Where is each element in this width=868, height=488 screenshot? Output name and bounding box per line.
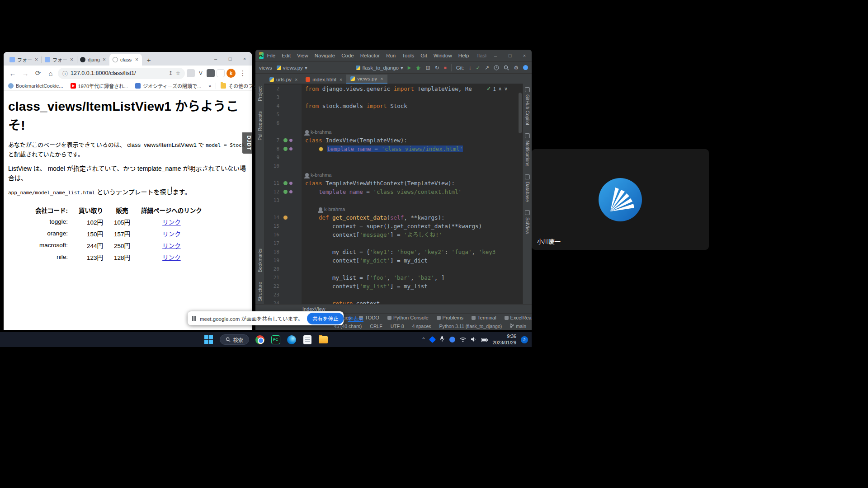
speaker-icon[interactable] — [471, 336, 476, 344]
close-icon[interactable]: × — [237, 52, 252, 66]
extension-icon-2[interactable] — [207, 69, 215, 77]
status-main[interactable]: main — [510, 324, 526, 329]
microphone-icon[interactable] — [439, 336, 445, 344]
participant-tile[interactable]: 小川慶一 — [532, 149, 709, 250]
class-marker-icon[interactable] — [283, 190, 288, 194]
status-4-spaces[interactable]: 4 spaces — [412, 324, 431, 329]
maximize-icon[interactable]: □ — [503, 50, 517, 61]
reload-icon[interactable]: ⟳ — [33, 68, 43, 79]
editor-tab-views-py[interactable]: views.py× — [346, 75, 387, 84]
close-icon[interactable]: × — [517, 50, 532, 61]
taskbar-notepad-icon[interactable] — [302, 335, 312, 345]
tab-close-icon[interactable]: × — [102, 57, 106, 62]
taskbar-explorer-icon[interactable] — [318, 335, 328, 345]
minimize-icon[interactable]: – — [208, 52, 223, 66]
menu-help[interactable]: Help — [458, 53, 469, 58]
status-crlf[interactable]: CRLF — [370, 324, 382, 329]
stock-detail-link[interactable]: リンク — [162, 254, 181, 261]
tool-button-bookmarks[interactable]: Bookmarks — [257, 249, 263, 272]
dropbox-icon[interactable] — [429, 336, 436, 343]
tool-button-sciview[interactable]: SciView — [525, 210, 530, 234]
status-python-3-11-flask-to-django[interactable]: Python 3.11 (flask_to_django) — [439, 324, 502, 329]
tab-close-icon[interactable]: × — [34, 57, 38, 62]
tool-button-github-copilot[interactable]: GitHub Copilot — [525, 87, 530, 125]
dock-item-terminal[interactable]: Terminal — [472, 315, 496, 320]
editor-tab-index-html[interactable]: index.html× — [302, 75, 346, 84]
dock-item-excelreader[interactable]: ExcelReader — [505, 315, 532, 320]
bookmarks-overflow-icon[interactable]: » — [208, 83, 211, 89]
nav-crumb[interactable]: views — [259, 65, 272, 70]
menu-refactor[interactable]: Refactor — [360, 53, 380, 58]
stock-detail-link[interactable]: リンク — [162, 243, 181, 249]
stock-detail-link[interactable]: リンク — [162, 231, 181, 238]
class-marker-icon[interactable] — [283, 138, 288, 142]
run-configuration[interactable]: flask_to_django▾ — [356, 65, 403, 71]
taskbar-edge-icon[interactable] — [287, 335, 297, 345]
menu-file[interactable]: File — [267, 53, 276, 58]
hide-banner-link[interactable]: 非表示 — [348, 315, 363, 322]
git-update-button[interactable]: ↓ — [469, 65, 472, 71]
url-text[interactable]: 127.0.0.1:8000/class/list1/ — [71, 70, 165, 76]
menu-view[interactable]: View — [297, 53, 308, 58]
start-button[interactable] — [204, 335, 214, 345]
menu-tools[interactable]: Tools — [402, 53, 414, 58]
inspection-widget[interactable]: ✓1 ∧ ∨ — [485, 85, 510, 92]
tab-close-icon[interactable]: × — [295, 77, 297, 82]
history-icon[interactable] — [494, 65, 499, 70]
tab-close-icon[interactable]: × — [70, 57, 74, 62]
tray-overflow-icon[interactable]: ⌃ — [421, 337, 425, 343]
bookmark-1970[interactable]: 1970年代に録音され... — [71, 82, 128, 89]
browser-tab-3[interactable]: djang× — [77, 54, 109, 66]
stop-button[interactable]: ■ — [444, 65, 447, 70]
tab-close-icon[interactable]: × — [340, 77, 342, 82]
class-marker-icon[interactable] — [283, 147, 288, 151]
file-breadcrumb[interactable]: views.py▾ — [277, 65, 307, 71]
maximize-icon[interactable]: □ — [223, 52, 237, 66]
rerun-icon[interactable]: ↻ — [435, 65, 439, 71]
search-everywhere-icon[interactable] — [504, 65, 509, 70]
taskbar-pycharm-icon[interactable]: PC — [271, 335, 281, 345]
tab-close-icon[interactable]: × — [135, 57, 139, 62]
app-tray-icon[interactable] — [449, 337, 455, 343]
tab-close-icon[interactable]: × — [380, 76, 383, 81]
forward-icon[interactable]: → — [20, 68, 31, 79]
address-bar[interactable]: ⓘ 127.0.0.1:8000/class/list1/ ↥ ☆ — [58, 68, 185, 79]
class-marker-icon[interactable] — [283, 181, 288, 185]
browser-tab-1[interactable]: フォー× — [6, 54, 42, 66]
notification-badge[interactable]: 2 — [521, 336, 528, 343]
taskbar-clock[interactable]: 9:36 2023/01/29 — [492, 333, 516, 346]
extension-icon-3[interactable] — [217, 69, 225, 77]
stock-detail-link[interactable]: リンク — [162, 219, 181, 226]
method-marker-icon[interactable] — [283, 216, 288, 220]
profiler-icon[interactable]: ⊞ — [425, 65, 430, 71]
bookmark-star-icon[interactable]: ☆ — [175, 70, 180, 76]
tool-button-database[interactable]: Database — [525, 174, 530, 202]
intention-bulb-icon[interactable] — [319, 147, 323, 151]
tool-button-structure[interactable]: Structure — [257, 282, 263, 301]
menu-code[interactable]: Code — [341, 53, 354, 58]
django-debug-toolbar-tab[interactable]: DJDT — [242, 132, 252, 154]
bookmark-bookmarkletcookie[interactable]: BookmarkletCookie... — [8, 82, 63, 89]
debug-button[interactable] — [415, 65, 421, 70]
menu-git[interactable]: Git — [420, 53, 427, 58]
browser-tab-4[interactable]: class× — [109, 54, 142, 66]
menu-navigate[interactable]: Navigate — [315, 53, 335, 58]
browser-tab-2[interactable]: フォー× — [42, 54, 77, 66]
minimize-icon[interactable]: – — [488, 50, 503, 61]
tool-button-project[interactable]: Project — [257, 86, 263, 101]
profile-avatar[interactable]: k — [226, 69, 236, 78]
stop-sharing-button[interactable]: 共有を停止 — [307, 313, 344, 324]
next-problem-icon[interactable]: ∨ — [504, 86, 508, 92]
tool-button-pull-requests[interactable]: Pull Requests — [257, 111, 263, 141]
battery-icon[interactable] — [481, 336, 488, 344]
menu-window[interactable]: Window — [434, 53, 452, 58]
status-utf-8[interactable]: UTF-8 — [391, 324, 404, 329]
editor-tab-urls-py[interactable]: urls.py× — [265, 75, 302, 84]
extension-icon-1[interactable] — [187, 69, 195, 77]
menu-run[interactable]: Run — [386, 53, 396, 58]
menu-edit[interactable]: Edit — [282, 53, 291, 58]
settings-gear-icon[interactable]: ⚙ — [514, 65, 519, 71]
dock-item-python-console[interactable]: Python Console — [387, 315, 429, 320]
editor-scrollbar[interactable] — [519, 93, 522, 133]
prev-problem-icon[interactable]: ∧ — [498, 86, 502, 92]
